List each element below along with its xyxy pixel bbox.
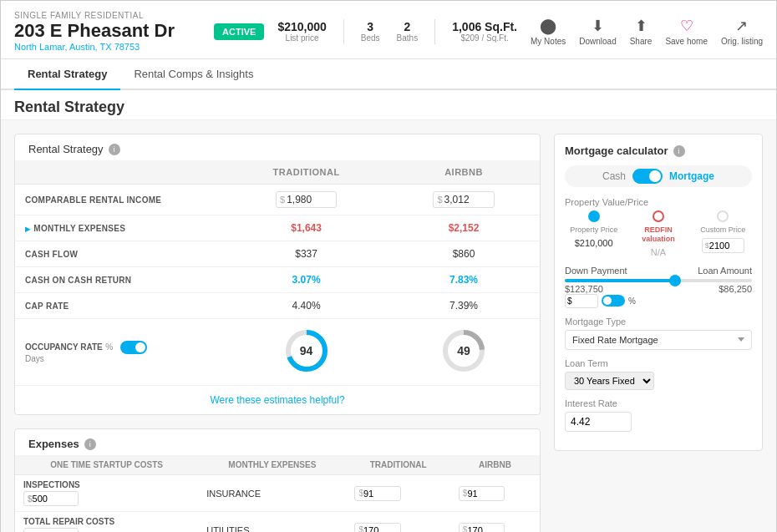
traditional-income-input[interactable] — [287, 194, 333, 205]
traditional-occupancy-value: 94 — [300, 344, 313, 357]
tab-bar: Rental Strategy Rental Comps & Insights — [1, 59, 776, 90]
pct-label: % — [628, 296, 636, 306]
repair-label: TOTAL REPAIR COSTS — [23, 517, 190, 526]
beds-label: Beds — [361, 33, 380, 43]
interest-rate-input[interactable] — [565, 412, 632, 432]
occupancy-label-group: OCCUPANCY RATE % Days — [25, 341, 215, 363]
slider-thumb[interactable] — [669, 275, 681, 286]
property-value-label: Property Value/Price — [565, 197, 752, 207]
mortgage-title: Mortgage calculator — [565, 144, 668, 157]
payment-toggle[interactable]: Cash Mortgage — [565, 165, 752, 187]
table-row: INSPECTIONS $ INSURANCE $ — [15, 475, 540, 512]
save-home-button[interactable]: ♡ Save home — [665, 17, 708, 46]
insurance-trad-input[interactable] — [363, 489, 397, 499]
traditional-expenses-value: $1,643 — [291, 222, 322, 234]
rs-info-icon[interactable]: i — [109, 144, 120, 155]
down-payment-dollar-input[interactable] — [565, 294, 598, 308]
tab-rental-strategy[interactable]: Rental Strategy — [14, 59, 120, 90]
inspection-label: INSPECTIONS — [23, 480, 190, 489]
expenses-section: Expenses i ONE TIME STARTUP COSTS MONTHL… — [14, 428, 541, 532]
redfin-radio-value: N/A — [651, 247, 666, 257]
dollar-pct-toggle[interactable] — [602, 295, 625, 307]
down-payment-slider-track — [565, 279, 752, 282]
airbnb-expenses-value: $2,152 — [449, 222, 480, 234]
share-label: Share — [630, 37, 653, 46]
airbnb-occupancy-chart: 49 — [439, 326, 489, 376]
expenses-label: ▶MONTHLY EXPENSES — [25, 224, 125, 233]
property-info: SINGLE FAMILY RESIDENTIAL 203 E Pheasant… — [14, 11, 201, 52]
occupancy-row: OCCUPANCY RATE % Days — [15, 319, 540, 386]
insurance-airbnb-input[interactable] — [467, 489, 500, 499]
cashflow-label: CASH FLOW — [25, 250, 78, 259]
helpful-row: Were these estimates helpful? — [15, 386, 540, 415]
download-icon: ⬇ — [592, 17, 604, 35]
radio-redfin[interactable]: REDFIN valuation N/A — [629, 210, 687, 257]
loan-term-label: Loan Term — [565, 358, 752, 368]
col-airbnb-header: AIRBNB — [450, 455, 540, 475]
slider-values: $123,750 $86,250 — [565, 284, 752, 294]
download-label: Download — [579, 37, 616, 46]
property-stats: $210,000 List price 3 Beds 2 Baths 1,006… — [277, 19, 517, 44]
mortgage-type-label: Mortgage Type — [565, 317, 752, 327]
airbnb-cocr-value: 7.83% — [449, 274, 478, 286]
baths-label: Baths — [397, 33, 419, 43]
airbnb-income-input-wrapper[interactable]: $ — [433, 191, 494, 208]
loan-term-select[interactable]: 30 Years Fixed — [565, 372, 654, 390]
my-notes-button[interactable]: ⬤ My Notes — [531, 17, 566, 46]
property-price-radio-label: Property Price — [570, 225, 617, 235]
header-actions: ⬤ My Notes ⬇ Download ⬆ Share ♡ Save hom… — [531, 17, 763, 46]
down-payment-section: Down Payment Loan Amount $123,750 $86,25… — [565, 266, 752, 308]
property-name: 203 E Pheasant Dr — [14, 20, 201, 42]
table-row: CASH FLOW $337 $860 — [15, 241, 540, 267]
down-payment-label: Down Payment — [565, 266, 627, 276]
col-airbnb-header: AIRBNB — [388, 160, 540, 185]
sqft-stat: 1,006 Sq.Ft. $209 / Sq.Ft. — [452, 20, 517, 43]
cash-label: Cash — [602, 170, 626, 182]
mortgage-type-select[interactable]: Fixed Rate Mortgage — [565, 330, 752, 350]
expenses-header: Expenses i — [15, 429, 540, 455]
table-row: CASH ON CASH RETURN 3.07% 7.83% — [15, 267, 540, 293]
loan-amount-label: Loan Amount — [698, 266, 752, 276]
caprate-label: CAP RATE — [25, 301, 69, 311]
rental-strategy-section: Rental Strategy i TRADITIONAL AIRBNB — [14, 134, 541, 415]
occupancy-toggle[interactable] — [120, 341, 147, 354]
radio-custom[interactable]: Custom Price $ — [694, 210, 752, 253]
baths-value: 2 — [397, 20, 419, 33]
insurance-label: INSURANCE — [198, 475, 346, 512]
radio-property-price[interactable]: Property Price $210,000 — [565, 210, 622, 248]
inspection-input[interactable] — [33, 494, 74, 504]
mortgage-label: Mortgage — [669, 170, 714, 182]
airbnb-income-input[interactable] — [444, 194, 490, 205]
col-traditional-header: TRADITIONAL — [225, 160, 388, 185]
amount-toggle: % — [565, 294, 636, 308]
table-row: CAP RATE 4.40% 7.39% — [15, 293, 540, 319]
occupancy-pct: % — [105, 343, 113, 352]
share-button[interactable]: ⬆ Share — [630, 17, 653, 46]
orig-listing-button[interactable]: ↗ Orig. listing — [721, 17, 763, 46]
redfin-radio[interactable] — [653, 210, 664, 222]
property-address: North Lamar, Austin, TX 78753 — [14, 42, 201, 52]
utilities-airbnb-input[interactable] — [467, 525, 500, 532]
custom-price-input[interactable] — [709, 241, 741, 251]
traditional-income-input-wrapper[interactable]: $ — [276, 191, 337, 208]
cash-mortgage-switch[interactable] — [632, 169, 663, 184]
cocr-label: CASH ON CASH RETURN — [25, 276, 131, 285]
expand-icon[interactable]: ▶ — [25, 225, 30, 233]
loan-term-row: 30 Years Fixed — [565, 372, 752, 390]
loan-term-field: Loan Term 30 Years Fixed — [565, 358, 752, 390]
utilities-label: UTILITIES — [198, 512, 346, 532]
download-button[interactable]: ⬇ Download — [579, 17, 616, 46]
expenses-table: ONE TIME STARTUP COSTS MONTHLY EXPENSES … — [15, 455, 540, 532]
mortgage-info-icon[interactable]: i — [673, 145, 685, 157]
rental-strategy-table: TRADITIONAL AIRBNB COMPARABLE RENTAL INC… — [15, 160, 540, 414]
tab-rental-comps[interactable]: Rental Comps & Insights — [120, 59, 267, 90]
utilities-trad-input[interactable] — [363, 525, 397, 532]
expenses-title: Expenses — [28, 438, 79, 450]
property-price-radio-value: $210,000 — [575, 238, 613, 248]
helpful-link[interactable]: Were these estimates helpful? — [210, 394, 344, 406]
property-price-radio[interactable] — [588, 210, 600, 222]
custom-radio[interactable] — [717, 210, 729, 222]
expenses-info-icon[interactable]: i — [84, 438, 96, 450]
loan-amount-value: $86,250 — [719, 284, 752, 294]
airbnb-cashflow-value: $860 — [453, 248, 475, 260]
